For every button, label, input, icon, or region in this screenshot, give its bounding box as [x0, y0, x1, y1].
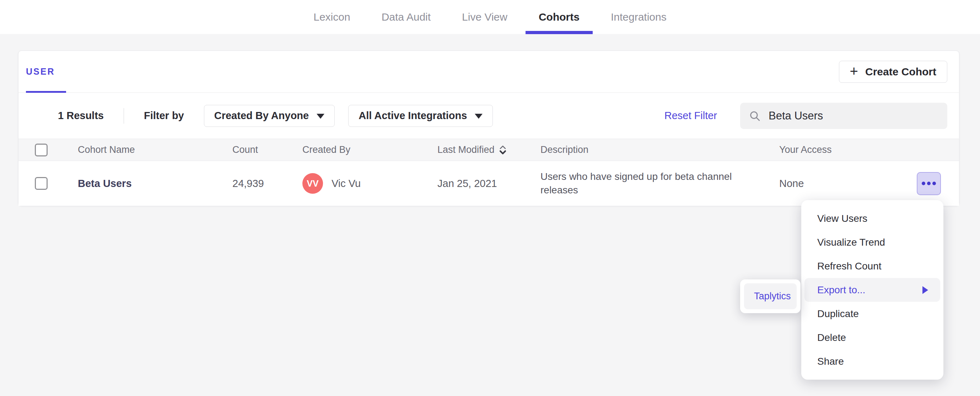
row-context-menu: View Users Visualize Trend Refresh Count…: [801, 200, 943, 380]
create-cohort-label: Create Cohort: [865, 66, 936, 78]
more-actions-button[interactable]: [917, 172, 941, 195]
menu-item-view-users[interactable]: View Users: [801, 206, 943, 230]
integrations-dropdown[interactable]: All Active Integrations: [348, 105, 493, 127]
created-by-dropdown-label: Created By Anyone: [214, 110, 309, 121]
integrations-dropdown-label: All Active Integrations: [358, 110, 467, 121]
last-modified-value: Jan 25, 2021: [438, 178, 541, 190]
header-count: Count: [232, 144, 302, 155]
menu-item-refresh-count[interactable]: Refresh Count: [801, 254, 943, 278]
row-checkbox[interactable]: [35, 177, 48, 190]
tab-lexicon[interactable]: Lexicon: [313, 0, 350, 34]
tab-cohorts[interactable]: Cohorts: [539, 0, 579, 34]
created-by-name: Vic Vu: [331, 178, 361, 190]
header-cohort-name: Cohort Name: [78, 144, 232, 155]
sort-icon: [499, 145, 507, 155]
reset-filter-link[interactable]: Reset Filter: [665, 110, 717, 121]
search-input[interactable]: [768, 110, 932, 122]
header-description: Description: [541, 144, 779, 155]
plus-icon: +: [850, 64, 858, 78]
created-by-dropdown[interactable]: Created By Anyone: [204, 105, 335, 127]
tab-integrations[interactable]: Integrations: [611, 0, 667, 34]
created-by-cell: VV Vic Vu: [302, 173, 438, 194]
page: Lexicon Data Audit Live View Cohorts Int…: [0, 0, 980, 396]
more-icon: [932, 182, 936, 185]
submenu-item-taplytics[interactable]: Taplytics: [744, 283, 797, 309]
menu-item-export-to[interactable]: Export to...: [805, 278, 940, 302]
header-your-access: Your Access: [779, 144, 917, 155]
avatar: VV: [302, 173, 323, 194]
top-navigation: Lexicon Data Audit Live View Cohorts Int…: [0, 0, 980, 35]
create-cohort-button[interactable]: + Create Cohort: [839, 61, 947, 83]
menu-item-share[interactable]: Share: [801, 350, 943, 373]
cohorts-card: USER + Create Cohort 1 Results Filter by…: [18, 51, 959, 206]
search-box[interactable]: [740, 103, 947, 129]
divider: [124, 108, 124, 124]
export-submenu: Taplytics: [740, 279, 800, 313]
submenu-arrow-icon: [923, 286, 928, 294]
description-value: Users who have signed up for beta channe…: [541, 170, 746, 197]
table-header: Cohort Name Count Created By Last Modifi…: [19, 139, 959, 161]
table-row: Beta Users 24,939 VV Vic Vu Jan 25, 2021…: [19, 161, 959, 206]
menu-item-visualize-trend[interactable]: Visualize Trend: [801, 230, 943, 254]
filter-by-label: Filter by: [144, 110, 184, 121]
menu-item-delete[interactable]: Delete: [801, 326, 943, 350]
chevron-down-icon: [317, 114, 325, 119]
header-created-by: Created By: [302, 144, 438, 155]
more-icon: [922, 182, 925, 185]
cohort-count: 24,939: [232, 178, 302, 190]
header-last-modified-label: Last Modified: [438, 144, 495, 155]
more-icon: [927, 182, 931, 185]
cohort-name-link[interactable]: Beta Users: [78, 178, 132, 189]
menu-item-export-to-label: Export to...: [817, 284, 865, 296]
search-icon: [749, 110, 761, 122]
tab-user[interactable]: USER: [26, 51, 65, 93]
access-value: None: [779, 178, 917, 190]
header-last-modified[interactable]: Last Modified: [438, 144, 541, 155]
select-all-checkbox[interactable]: [35, 144, 48, 156]
results-count: 1 Results: [58, 110, 104, 121]
tab-live-view[interactable]: Live View: [462, 0, 508, 34]
tab-data-audit[interactable]: Data Audit: [382, 0, 431, 34]
chevron-down-icon: [475, 114, 482, 119]
card-tab-strip: USER + Create Cohort: [19, 51, 959, 93]
main-content: USER + Create Cohort 1 Results Filter by…: [0, 35, 980, 396]
filter-row: 1 Results Filter by Created By Anyone Al…: [19, 93, 959, 139]
menu-item-duplicate[interactable]: Duplicate: [801, 302, 943, 326]
